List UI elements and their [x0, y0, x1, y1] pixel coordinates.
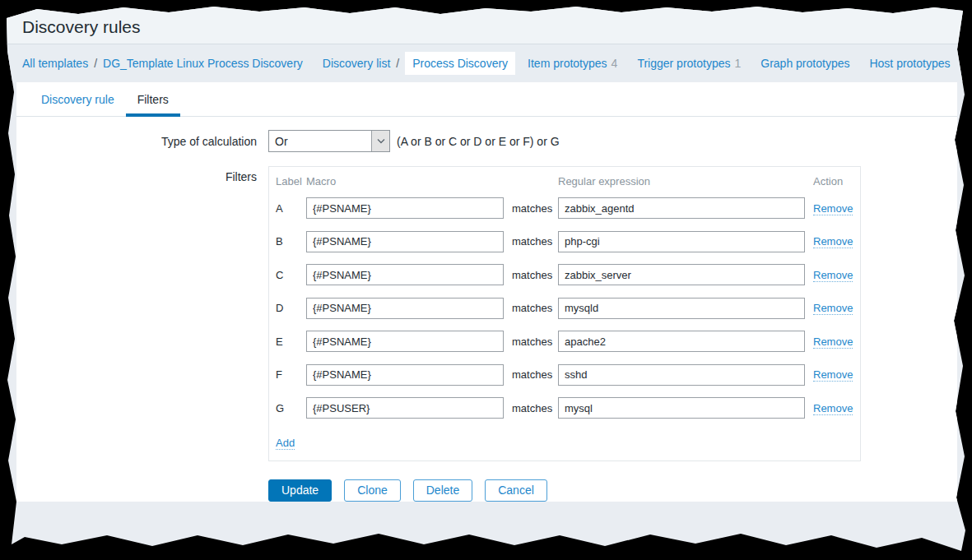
remove-link[interactable]: Remove: [813, 368, 853, 382]
add-row: Add: [276, 436, 853, 449]
filters-form: Type of calculation Or (A or B or C or D…: [16, 117, 957, 502]
header-macro: Macro: [306, 175, 504, 187]
delete-button[interactable]: Delete: [413, 479, 472, 502]
matches-label: matches: [504, 402, 558, 414]
nav-trigger-prototypes[interactable]: Trigger prototypes1: [630, 52, 748, 75]
matches-label: matches: [504, 302, 558, 314]
macro-input[interactable]: [306, 331, 504, 352]
breadcrumb-all-templates[interactable]: All templates: [22, 57, 88, 70]
nav-process-discovery[interactable]: Process Discovery: [405, 52, 515, 75]
tab-bar: Discovery rule Filters: [16, 82, 957, 117]
header-regex: Regular expression: [558, 175, 805, 187]
breadcrumb-template-name[interactable]: DG_Template Linux Process Discovery: [103, 57, 303, 70]
tab-filters[interactable]: Filters: [126, 82, 180, 116]
remove-link[interactable]: Remove: [813, 235, 853, 248]
breadcrumb-separator: /: [94, 57, 97, 70]
filter-row-c: C matches Remove: [276, 258, 853, 292]
filters-row: Filters Label Macro Regular expression A…: [16, 166, 957, 461]
remove-link[interactable]: Remove: [813, 202, 853, 215]
filters-table-header: Label Macro Regular expression Action: [276, 170, 853, 192]
remove-link[interactable]: Remove: [813, 302, 853, 315]
matches-label: matches: [504, 368, 558, 381]
cancel-button[interactable]: Cancel: [485, 479, 547, 502]
regex-input[interactable]: [558, 264, 805, 285]
form-actions: Update Clone Delete Cancel: [268, 479, 957, 502]
nav-discovery-list[interactable]: Discovery list: [323, 57, 390, 70]
filter-label: D: [276, 302, 306, 314]
filter-label: C: [276, 269, 306, 281]
add-link[interactable]: Add: [276, 437, 295, 450]
page-title: Discovery rules: [22, 17, 141, 37]
filters-fieldset: Label Macro Regular expression Action A …: [268, 166, 861, 461]
header-label: Label: [276, 175, 306, 187]
macro-input[interactable]: [306, 397, 504, 419]
remove-link[interactable]: Remove: [813, 336, 853, 349]
nav-graph-prototypes[interactable]: Graph prototypes: [753, 52, 857, 75]
type-of-calculation-select[interactable]: Or: [268, 130, 390, 152]
remove-link[interactable]: Remove: [813, 269, 853, 282]
filter-row-f: F matches Remove: [276, 359, 853, 392]
chevron-down-icon: [371, 131, 389, 151]
regex-input[interactable]: [558, 197, 805, 219]
type-of-calculation-control: Or (A or B or C or D or E or F) or G: [268, 130, 560, 152]
clone-button[interactable]: Clone: [344, 479, 401, 502]
nav-host-prototypes[interactable]: Host prototypes: [862, 52, 957, 75]
regex-input[interactable]: [558, 298, 805, 319]
select-value: Or: [269, 135, 371, 148]
main-panel: Discovery rule Filters Type of calculati…: [16, 82, 957, 502]
matches-label: matches: [504, 336, 558, 348]
filter-row-b: B matches Remove: [276, 225, 853, 259]
tab-discovery-rule[interactable]: Discovery rule: [30, 82, 126, 116]
matches-label: matches: [504, 235, 558, 248]
filter-row-e: E matches Remove: [276, 325, 853, 359]
filter-label: A: [276, 202, 306, 215]
regex-input[interactable]: [558, 231, 805, 252]
filter-label: E: [276, 336, 306, 348]
matches-label: matches: [504, 202, 558, 215]
breadcrumb: All templates / DG_Template Linux Proces…: [0, 44, 972, 81]
regex-input[interactable]: [558, 364, 805, 386]
discovery-rules-page: Discovery rules All templates / DG_Templ…: [0, 0, 972, 560]
type-of-calculation-label: Type of calculation: [16, 135, 257, 148]
macro-input[interactable]: [306, 298, 504, 319]
item-prototypes-count: 4: [612, 57, 618, 70]
filter-row-d: D matches Remove: [276, 292, 853, 326]
regex-input[interactable]: [558, 331, 805, 352]
macro-input[interactable]: [306, 364, 504, 386]
regex-input[interactable]: [558, 397, 805, 419]
nav-item-prototypes[interactable]: Item prototypes4: [520, 52, 625, 75]
filter-label: F: [276, 368, 306, 381]
macro-input[interactable]: [306, 231, 504, 252]
type-of-calculation-row: Type of calculation Or (A or B or C or D…: [16, 130, 957, 152]
update-button[interactable]: Update: [268, 479, 332, 502]
filter-row-g: G matches Remove: [276, 391, 853, 425]
header-action: Action: [805, 175, 863, 187]
matches-label: matches: [504, 269, 558, 281]
filters-label: Filters: [16, 166, 257, 183]
page-header: Discovery rules: [0, 0, 972, 44]
macro-input[interactable]: [306, 264, 504, 285]
macro-input[interactable]: [306, 197, 504, 219]
filter-row-a: A matches Remove: [276, 192, 853, 225]
remove-link[interactable]: Remove: [813, 402, 853, 415]
calculation-expression: (A or B or C or D or E or F) or G: [397, 135, 560, 148]
trigger-prototypes-count: 1: [734, 57, 741, 70]
nav-separator: /: [396, 57, 399, 70]
nav-trigger-prototypes-label: Trigger prototypes: [637, 57, 730, 70]
section-nav: Discovery list / Process Discovery Item …: [323, 52, 963, 75]
filter-label: G: [276, 402, 306, 414]
filter-label: B: [276, 235, 306, 248]
nav-item-prototypes-label: Item prototypes: [528, 57, 607, 70]
